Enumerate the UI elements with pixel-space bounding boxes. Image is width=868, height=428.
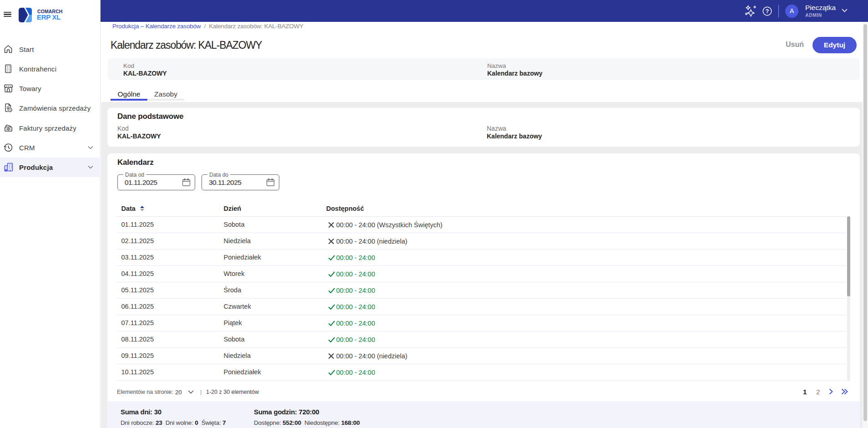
svg-text:?: ?	[766, 8, 769, 15]
